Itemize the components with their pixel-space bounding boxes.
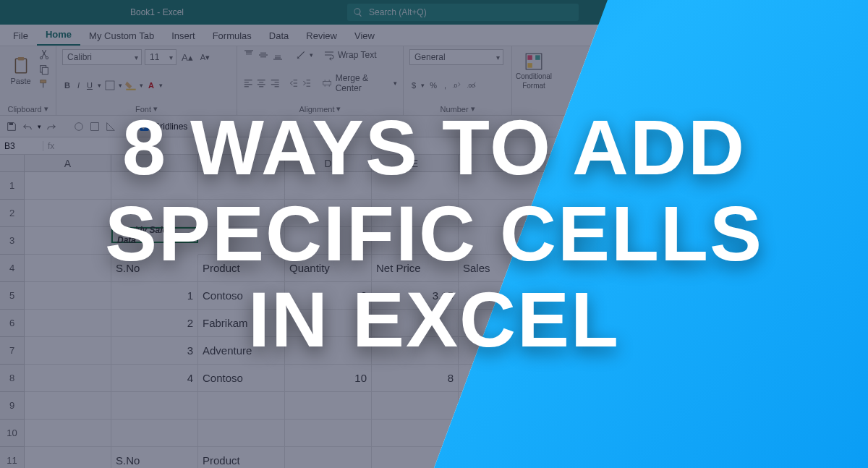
cell[interactable]: Product [198, 255, 285, 282]
cell[interactable]: Adventure [198, 337, 285, 365]
row-header[interactable]: 10 [0, 420, 25, 447]
name-box[interactable]: B3 [0, 141, 43, 151]
cell[interactable] [25, 420, 111, 447]
cell[interactable]: Sales [459, 255, 545, 282]
row-header[interactable]: 2 [0, 200, 25, 227]
align-top-icon[interactable] [243, 49, 255, 61]
cell[interactable] [459, 282, 545, 310]
qat-icon[interactable] [73, 121, 85, 132]
increase-font-icon[interactable]: A▴ [179, 51, 195, 64]
row-header[interactable]: 6 [0, 310, 25, 337]
cell[interactable] [372, 447, 459, 468]
cell[interactable] [285, 310, 372, 337]
cell[interactable] [198, 200, 285, 227]
cell[interactable] [285, 227, 372, 255]
cell[interactable] [285, 420, 372, 447]
row-header[interactable]: 4 [0, 255, 25, 282]
format-painter-icon[interactable] [38, 78, 50, 90]
dialog-launcher-icon[interactable]: ▾ [471, 104, 475, 114]
cell[interactable] [25, 447, 111, 468]
row-header[interactable]: 8 [0, 365, 25, 392]
cell[interactable] [459, 337, 545, 365]
search-box[interactable]: Search (Alt+Q) [347, 4, 579, 21]
cell[interactable] [25, 310, 111, 337]
qat-icon[interactable] [105, 121, 116, 132]
cell[interactable] [111, 200, 198, 227]
cell[interactable] [198, 420, 285, 447]
cell[interactable]: S.No [111, 255, 198, 282]
cell[interactable] [285, 172, 372, 200]
cell[interactable] [198, 172, 285, 200]
dialog-launcher-icon[interactable]: ▾ [153, 104, 158, 114]
cell[interactable]: S.No [111, 447, 198, 468]
copy-icon[interactable] [38, 64, 50, 75]
cell[interactable]: Fabrikam [198, 310, 285, 337]
row-header[interactable]: 9 [0, 392, 25, 420]
tab-data[interactable]: Data [260, 26, 297, 46]
cell[interactable] [459, 227, 545, 255]
font-name-select[interactable]: Calibri [62, 49, 142, 65]
cell[interactable]: 3.15 [372, 282, 459, 310]
wrap-text-label[interactable]: Wrap Text [338, 50, 377, 60]
fx-icon[interactable]: fx [43, 141, 59, 151]
align-bottom-icon[interactable] [272, 49, 284, 61]
cell[interactable]: 2 [111, 310, 198, 337]
cell[interactable] [25, 282, 111, 310]
col-header[interactable]: C [198, 155, 285, 171]
dialog-launcher-icon[interactable]: ▾ [336, 104, 341, 114]
italic-button[interactable]: I [75, 80, 82, 91]
cell[interactable] [25, 172, 111, 200]
bold-button[interactable]: B [62, 80, 72, 91]
cell[interactable] [372, 392, 459, 420]
cell[interactable] [372, 420, 459, 447]
comma-icon[interactable]: , [442, 80, 448, 91]
tab-home[interactable]: Home [37, 25, 80, 46]
col-header[interactable]: A [25, 155, 111, 171]
row-header[interactable]: 1 [0, 172, 25, 200]
cell[interactable] [111, 392, 198, 420]
wrap-text-icon[interactable] [323, 49, 335, 61]
tab-review[interactable]: Review [297, 26, 346, 46]
percent-icon[interactable]: % [427, 80, 439, 91]
cell[interactable]: 2 [285, 282, 372, 310]
cell[interactable] [285, 392, 372, 420]
fill-color-icon[interactable] [125, 80, 137, 91]
undo-icon[interactable] [22, 121, 33, 132]
cell[interactable] [285, 447, 372, 468]
cell[interactable] [372, 172, 459, 200]
dialog-launcher-icon[interactable]: ▾ [44, 104, 48, 114]
number-format-select[interactable]: General [409, 49, 503, 65]
increase-decimal-icon[interactable]: .0 [451, 80, 463, 91]
align-right-icon[interactable] [270, 77, 280, 89]
cell[interactable]: Contoso [198, 365, 285, 392]
decrease-indent-icon[interactable] [289, 77, 299, 89]
font-size-select[interactable]: 11 [145, 49, 176, 65]
qat-icon[interactable] [89, 121, 101, 132]
cell[interactable] [111, 420, 198, 447]
cell[interactable]: Contoso [198, 282, 285, 310]
cut-icon[interactable] [38, 49, 50, 61]
cell[interactable]: 3 [111, 337, 198, 365]
tab-view[interactable]: View [346, 26, 383, 46]
redo-icon[interactable] [46, 121, 57, 132]
col-header[interactable]: E [372, 155, 459, 171]
cell[interactable]: Net Price [372, 255, 459, 282]
cell[interactable]: Quantity [285, 255, 372, 282]
cell[interactable] [25, 255, 111, 282]
align-center-icon[interactable] [256, 77, 266, 89]
merge-label[interactable]: Merge & Center [336, 73, 391, 93]
cell[interactable] [25, 392, 111, 420]
cell[interactable] [25, 227, 111, 255]
cell[interactable] [459, 310, 545, 337]
cell[interactable] [372, 337, 459, 365]
cell[interactable] [25, 200, 111, 227]
cell[interactable]: 10 [285, 365, 372, 392]
decrease-font-icon[interactable]: A▾ [198, 51, 212, 64]
col-header[interactable]: F [459, 155, 545, 171]
row-header[interactable]: 11 [0, 447, 25, 468]
paste-button[interactable]: Paste [6, 54, 35, 85]
cell[interactable] [459, 200, 545, 227]
cell[interactable]: 8 [372, 365, 459, 392]
select-all-corner[interactable] [0, 155, 25, 171]
currency-icon[interactable]: $ [409, 80, 418, 91]
